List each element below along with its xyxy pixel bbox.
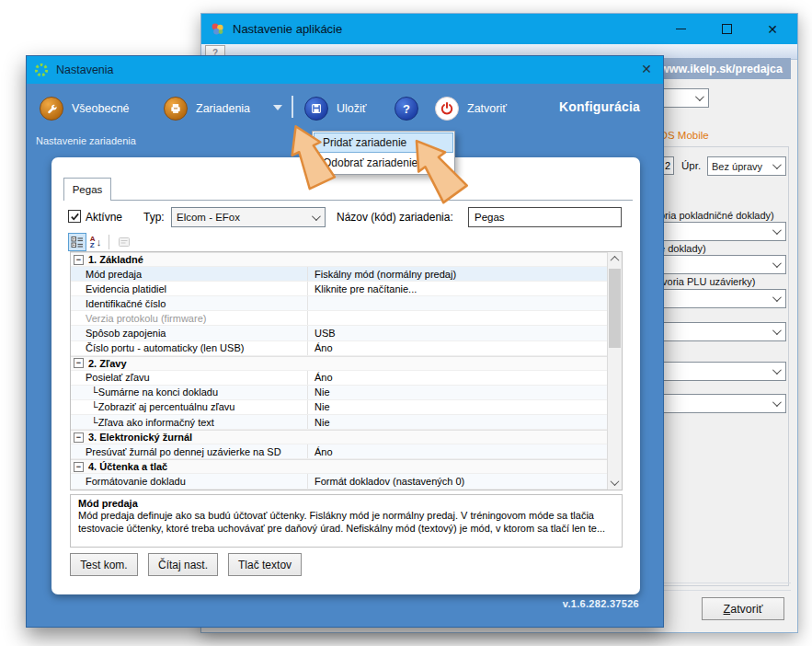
divider (652, 583, 791, 583)
property-row[interactable]: Spôsob zapojeniaUSB (71, 326, 607, 340)
scroll-up-button[interactable] (608, 252, 622, 266)
toolbar-item-vseobecne[interactable]: Všeobecné (40, 97, 130, 121)
property-label: Presúvať žurnál po dennej uzávierke na S… (71, 444, 308, 458)
action-button[interactable]: Čítaj nast. (148, 553, 218, 576)
window-title: Nastavenie aplikácie (233, 22, 342, 36)
property-category-row[interactable]: −4. Účtenka a tlač (71, 459, 607, 474)
property-row[interactable]: └Sumárne na konci dokladuNie (71, 386, 607, 400)
category-label: 1. Základné (88, 254, 143, 265)
dialog-subtitle: Nastavenie zariadenia (36, 135, 136, 146)
property-category-row[interactable]: −2. Zľavy (71, 356, 607, 371)
nazov-input[interactable]: Pegas (468, 207, 622, 227)
app-logo-icon (210, 21, 225, 37)
close-button[interactable]: ✕ (761, 17, 784, 41)
toolbar-label-vseobecne: Všeobecné (72, 102, 130, 115)
collapse-icon[interactable]: − (74, 358, 84, 368)
dialog-toolbar: Všeobecné Zariadenia (27, 84, 663, 132)
property-row[interactable]: Presúvať žurnál po dennej uzávierke na S… (71, 444, 607, 459)
property-row[interactable]: Mód predajaFiskálny mód (normálny predaj… (71, 267, 607, 282)
property-row[interactable]: Posielať zľavuÁno (71, 371, 607, 386)
background-combo-4[interactable]: l (652, 289, 786, 308)
alphabetical-sort-button[interactable]: AZ↓ (86, 233, 105, 251)
collapse-icon[interactable]: − (74, 433, 84, 443)
upr-select[interactable]: Bez úpravy (707, 156, 786, 176)
toolbar-item-ulozit[interactable]: Uložiť (304, 97, 366, 121)
az-icon: AZ (90, 236, 96, 248)
toolbar-item-zatvorit[interactable]: Zatvoriť (435, 97, 507, 121)
chevron-down-icon (772, 293, 782, 302)
property-row[interactable]: Číslo portu - automaticky (len USB)Áno (71, 341, 607, 356)
property-grid-rows: −1. ZákladnéMód predajaFiskálny mód (nor… (71, 252, 607, 490)
background-combo-5[interactable] (652, 322, 786, 341)
konfiguracia-title: Konfigurácia (559, 99, 640, 114)
category-label: 3. Elektronický žurnál (88, 432, 192, 443)
maximize-button[interactable] (715, 17, 738, 41)
aktivne-checkbox[interactable] (68, 210, 81, 223)
typ-select[interactable]: Elcom - EFox (171, 207, 326, 227)
background-combo-7[interactable] (652, 394, 786, 413)
scrollbar-thumb[interactable] (609, 269, 621, 348)
property-row[interactable]: Formátovanie dokladuFormát dokladov (nas… (71, 474, 607, 489)
property-value[interactable]: Nie (308, 401, 607, 412)
collapse-icon[interactable]: − (74, 255, 84, 265)
property-pages-button (115, 233, 133, 251)
property-row[interactable]: Identifikačné číslo (71, 296, 607, 311)
property-category-row[interactable]: −3. Elektronický žurnál (71, 430, 607, 444)
ikelp-link-banner[interactable]: www.ikelp.sk/predajca (652, 58, 791, 79)
dialog-close-icon[interactable]: ✕ (641, 63, 652, 75)
scrollbar[interactable] (607, 252, 622, 490)
property-value[interactable]: Áno (308, 446, 607, 457)
property-value[interactable]: Fiskálny mód (normálny predaj) (308, 269, 607, 280)
toolbar-item-help[interactable]: ? (395, 97, 418, 121)
background-combo-3[interactable] (652, 255, 786, 274)
menu-item[interactable]: Pridať zariadenie (314, 133, 453, 153)
property-category-row[interactable]: −1. Základné (71, 252, 607, 267)
property-row[interactable]: Verzia protokolu (firmware) (71, 311, 607, 326)
app-settings-titlebar: Nastavenie aplikácie ✕ (201, 14, 797, 44)
zatvorit-window-button[interactable]: Zatvoriť (702, 597, 784, 620)
propertygrid-toolbar: AZ↓ (68, 233, 133, 251)
property-label: └Zľava ako informačný text (71, 415, 308, 429)
property-label: Formátovanie dokladu (71, 474, 308, 488)
collapse-icon[interactable]: − (74, 462, 84, 472)
property-value[interactable]: Formát dokladov (nastavených 0) (308, 476, 607, 487)
property-row[interactable]: └Zobraziť aj percentuálnu zľavuNie (71, 400, 607, 415)
chevron-down-icon (611, 477, 620, 486)
caption-buttons: ✕ (669, 14, 792, 44)
action-button[interactable]: Tlač textov (228, 553, 302, 576)
chevron-down-icon (312, 212, 321, 221)
tab-strip-line (63, 200, 633, 201)
save-floppy-icon (304, 97, 328, 121)
nastavenia-dialog: Nastavenia ✕ Všeobecné (26, 55, 664, 628)
divider (652, 590, 791, 591)
minimize-button[interactable] (669, 17, 692, 41)
help-question-icon: ? (395, 97, 418, 121)
property-value[interactable]: Nie (308, 386, 607, 398)
property-value[interactable]: USB (308, 328, 607, 339)
chevron-down-icon (772, 225, 782, 235)
property-value[interactable]: Kliknite pre načítanie... (308, 283, 607, 294)
category-label: 4. Účtenka a tlač (88, 461, 167, 472)
devices-dropdown-caret-icon[interactable] (273, 105, 282, 110)
property-value[interactable]: Áno (308, 342, 607, 353)
close-icon: ✕ (767, 23, 778, 36)
background-combo-2[interactable] (652, 222, 786, 241)
background-combo-6[interactable]: d (652, 362, 786, 381)
property-value[interactable]: Nie (308, 417, 607, 428)
chevron-down-icon (772, 326, 782, 335)
menu-item[interactable]: Odobrať zariadenie (314, 153, 453, 173)
property-row[interactable]: └Zľava ako informačný textNie (71, 415, 607, 430)
chevron-down-icon (772, 398, 782, 407)
power-icon (435, 97, 459, 121)
property-row[interactable]: Evidencia platidielKliknite pre načítani… (71, 282, 607, 296)
chevron-down-icon (772, 160, 782, 169)
toolbar-item-zariadenia[interactable]: Zariadenia (164, 97, 250, 121)
scroll-down-button[interactable] (608, 476, 622, 490)
tab-pegas[interactable]: Pegas (63, 178, 111, 201)
property-value[interactable]: Áno (308, 372, 607, 383)
categorized-view-button[interactable] (68, 233, 86, 251)
toolbar-label-ulozit: Uložiť (337, 102, 366, 115)
action-button[interactable]: Test kom. (70, 553, 138, 576)
nazov-input-value: Pegas (475, 212, 505, 223)
description-text: Mód predaja definuje ako sa budú účtovať… (78, 510, 614, 535)
